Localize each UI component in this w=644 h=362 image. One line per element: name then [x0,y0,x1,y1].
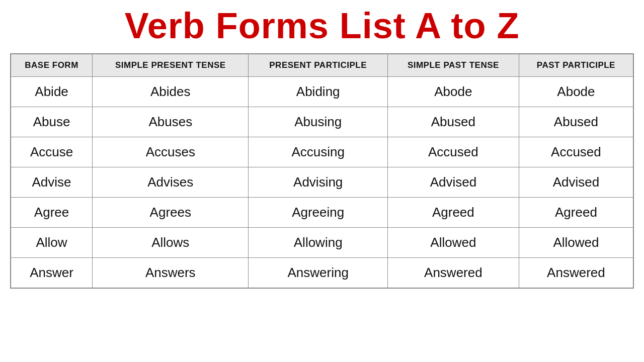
cell-r6-c0: Answer [11,258,93,289]
column-header-2: PRESENT PARTICIPLE [249,54,387,77]
cell-r4-c4: Agreed [519,198,633,228]
cell-r1-c3: Abused [387,107,519,137]
table-row: AnswerAnswersAnsweringAnsweredAnswered [11,258,633,289]
cell-r4-c3: Agreed [387,198,519,228]
cell-r0-c1: Abides [93,77,249,107]
column-header-1: SIMPLE PRESENT TENSE [93,54,249,77]
cell-r4-c0: Agree [11,198,93,228]
cell-r6-c3: Answered [387,258,519,289]
page-title: Verb Forms List A to Z [125,5,520,46]
cell-r2-c4: Accused [519,137,633,167]
cell-r3-c1: Advises [93,167,249,198]
cell-r5-c3: Allowed [387,228,519,258]
cell-r6-c2: Answering [249,258,387,289]
column-header-0: BASE FORM [11,54,93,77]
cell-r5-c1: Allows [93,228,249,258]
table-row: AgreeAgreesAgreeingAgreedAgreed [11,198,633,228]
cell-r4-c1: Agrees [93,198,249,228]
cell-r2-c2: Accusing [249,137,387,167]
cell-r3-c2: Advising [249,167,387,198]
table-row: AccuseAccusesAccusingAccusedAccused [11,137,633,167]
cell-r1-c1: Abuses [93,107,249,137]
cell-r1-c2: Abusing [249,107,387,137]
cell-r2-c1: Accuses [93,137,249,167]
cell-r6-c4: Answered [519,258,633,289]
column-header-4: PAST PARTICIPLE [519,54,633,77]
cell-r5-c2: Allowing [249,228,387,258]
cell-r2-c3: Accused [387,137,519,167]
cell-r5-c0: Allow [11,228,93,258]
cell-r3-c3: Advised [387,167,519,198]
cell-r6-c1: Answers [93,258,249,289]
table-row: AbuseAbusesAbusingAbusedAbused [11,107,633,137]
cell-r5-c4: Allowed [519,228,633,258]
verb-forms-table: BASE FORMSIMPLE PRESENT TENSEPRESENT PAR… [10,53,634,289]
cell-r1-c4: Abused [519,107,633,137]
column-header-3: SIMPLE PAST TENSE [387,54,519,77]
cell-r0-c0: Abide [11,77,93,107]
cell-r0-c3: Abode [387,77,519,107]
cell-r0-c4: Abode [519,77,633,107]
cell-r2-c0: Accuse [11,137,93,167]
table-row: AdviseAdvisesAdvisingAdvisedAdvised [11,167,633,198]
table-row: AllowAllowsAllowingAllowedAllowed [11,228,633,258]
cell-r3-c0: Advise [11,167,93,198]
cell-r3-c4: Advised [519,167,633,198]
cell-r1-c0: Abuse [11,107,93,137]
table-row: AbideAbidesAbidingAbodeAbode [11,77,633,107]
cell-r4-c2: Agreeing [249,198,387,228]
cell-r0-c2: Abiding [249,77,387,107]
